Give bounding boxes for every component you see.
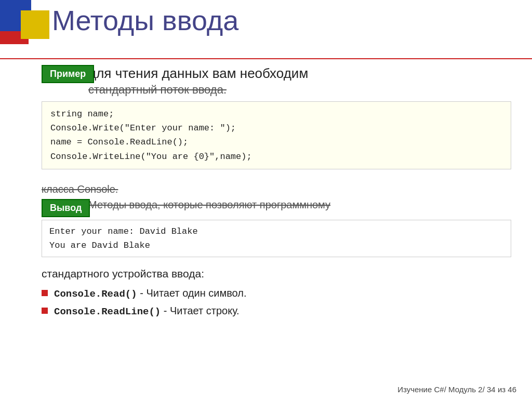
content-area: Пример для чтения данных вам необходим с…: [42, 65, 511, 378]
code-line-1: string name;: [50, 107, 502, 121]
footer: Изучение C#/ Модуль 2/ 34 из 46: [397, 385, 516, 394]
intro-text: для чтения данных вам необходим стандарт…: [88, 65, 511, 97]
page-title: Методы ввода: [52, 4, 238, 36]
code-line-4: Console.WriteLine("You are {0}",name);: [50, 150, 502, 164]
bullet-text-2: Console.ReadLine() - Читает строку.: [54, 305, 240, 317]
output-block: Enter your name: David Blake You are Dav…: [42, 220, 511, 257]
corner-yellow-decoration: [21, 10, 49, 39]
bullet-text-1: Console.Read() - Читает один символ.: [54, 287, 247, 300]
middle-text: класса Console.: [42, 183, 511, 195]
output-line-2: You are David Blake: [49, 238, 503, 252]
code-line-2: Console.Write("Enter your name: ");: [50, 121, 502, 135]
title-underline: [0, 58, 532, 59]
bullet-item-2: Console.ReadLine() - Читает строку.: [42, 305, 511, 317]
output-header-text: Методы ввода, которые позволяют программ…: [88, 199, 511, 211]
intro-line2: стандартный поток ввода.: [88, 83, 511, 98]
slide: Методы ввода Пример для чтения данных ва…: [0, 0, 532, 399]
bullet-description-1: - Читает один символ.: [137, 287, 247, 299]
code-block: string name; Console.Write("Enter your n…: [42, 101, 511, 169]
bottom-section: стандартного устройства ввода: Console.R…: [42, 268, 511, 323]
bullet-description-2: - Читает строку.: [161, 305, 239, 316]
primer-badge: Пример: [42, 65, 94, 83]
bullet-square-2: [42, 308, 48, 314]
bullet-square-1: [42, 290, 48, 296]
bullet-code-1: Console.Read(): [54, 288, 137, 300]
intro-line1: для чтения данных вам необходим: [88, 65, 511, 83]
bottom-intro-text: стандартного устройства ввода:: [42, 268, 511, 280]
code-line-3: name = Console.ReadLine();: [50, 135, 502, 149]
bullet-item-1: Console.Read() - Читает один символ.: [42, 287, 511, 300]
output-line-1: Enter your name: David Blake: [49, 224, 503, 238]
bullet-code-2: Console.ReadLine(): [54, 306, 161, 317]
vyvod-badge: Вывод: [42, 199, 90, 217]
